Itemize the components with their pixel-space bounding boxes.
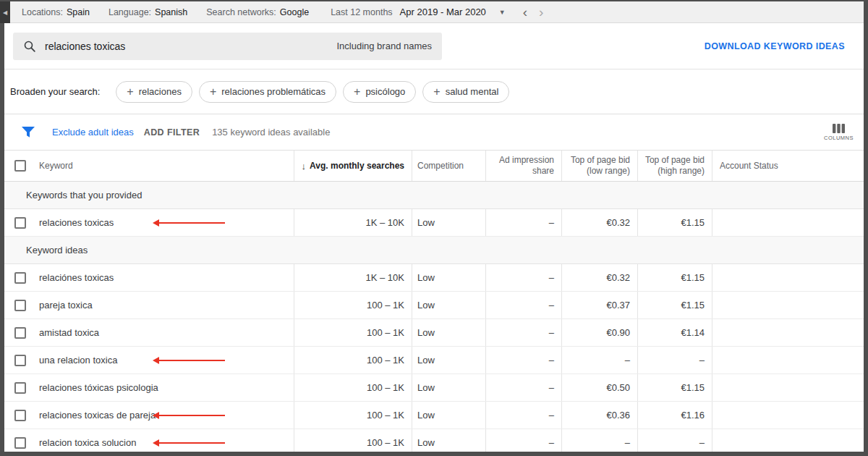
filter-funnel-icon[interactable]	[22, 127, 35, 138]
bid-low-cell: €0.50	[561, 374, 637, 401]
red-arrow-annotation	[153, 357, 225, 364]
chip-label: relaciones	[139, 86, 182, 97]
table-row[interactable]: amistad toxica 100 – 1K Low – €0.90 €1.1…	[4, 319, 864, 347]
plus-icon: +	[210, 86, 216, 98]
broaden-search-row: Broaden your search: + relaciones + rela…	[4, 69, 864, 114]
table-section-header: Keyword ideas	[4, 237, 864, 264]
bid-high-column-header[interactable]: Top of page bid (high range)	[637, 151, 712, 181]
account-status-cell	[712, 402, 864, 428]
row-checkbox-cell	[4, 292, 33, 318]
avg-searches-cell: 1K – 10K	[294, 264, 412, 291]
bid-low-cell: €0.37	[561, 292, 637, 318]
keyword-text: relaciónes toxicas	[39, 272, 114, 283]
ad-impression-column-header[interactable]: Ad impression share	[485, 151, 561, 181]
brand-names-option[interactable]: Including brand names	[336, 41, 432, 51]
download-keyword-ideas-button[interactable]: DOWNLOAD KEYWORD IDEAS	[705, 41, 845, 51]
row-checkbox-cell	[4, 347, 33, 373]
row-checkbox-cell	[4, 319, 33, 346]
bid-low-cell: –	[561, 429, 637, 452]
ad-impression-header-label: Ad impression share	[486, 155, 554, 177]
keyword-column-header[interactable]: Keyword	[33, 151, 294, 181]
bid-low-cell: €0.32	[561, 264, 637, 291]
ad-impression-cell: –	[485, 209, 561, 236]
bid-high-cell: €1.16	[637, 402, 712, 428]
avg-searches-column-header[interactable]: ↓ Avg. monthly searches	[294, 151, 412, 181]
search-networks-setting[interactable]: Search networks: Google	[206, 7, 309, 17]
row-checkbox[interactable]	[14, 217, 26, 229]
account-status-cell	[712, 209, 864, 236]
date-range-value: Apr 2019 - Mar 2020	[400, 7, 486, 17]
account-status-cell	[712, 429, 864, 452]
broaden-chips: + relaciones + relaciones problemáticas …	[116, 81, 509, 103]
table-body: Keywords that you provided relaciones to…	[4, 182, 864, 452]
account-status-column-header[interactable]: Account Status	[712, 151, 864, 181]
select-all-checkbox[interactable]	[14, 160, 26, 172]
competition-header-label: Competition	[417, 161, 464, 172]
chip-label: salud mental	[446, 86, 499, 97]
broaden-chip[interactable]: + psicólogo	[343, 81, 416, 103]
columns-button[interactable]: COLUMNS	[824, 124, 854, 141]
locations-value: Spain	[67, 7, 90, 17]
table-row[interactable]: relaciónes toxicas 1K – 10K Low – €0.32 …	[4, 264, 864, 292]
avg-searches-cell: 100 – 1K	[294, 402, 412, 428]
search-networks-label: Search networks:	[206, 7, 276, 17]
previous-period-button[interactable]: ‹	[523, 5, 527, 19]
avg-searches-cell: 100 – 1K	[294, 292, 412, 318]
keyword-cell: relaciones toxicas de pareja	[33, 402, 294, 428]
bid-low-cell: –	[561, 347, 637, 373]
row-checkbox[interactable]	[14, 300, 26, 311]
bid-low-cell: €0.36	[561, 402, 637, 428]
plus-icon: +	[127, 86, 133, 98]
bid-low-column-header[interactable]: Top of page bid (low range)	[561, 151, 637, 181]
row-checkbox-cell	[4, 264, 33, 291]
table-row[interactable]: relaciones tóxicas psicologia 100 – 1K L…	[4, 374, 864, 402]
table-row[interactable]: relaciones toxicas 1K – 10K Low – €0.32 …	[4, 209, 864, 237]
bid-high-header-label: Top of page bid (high range)	[638, 155, 705, 177]
next-period-button[interactable]: ›	[539, 5, 543, 19]
table-row[interactable]: relacion toxica solucion 100 – 1K Low – …	[4, 429, 864, 452]
keyword-cell: relaciones tóxicas psicologia	[33, 374, 294, 401]
collapse-panel-button[interactable]: ◀	[0, 1, 10, 23]
table-row[interactable]: una relacion toxica 100 – 1K Low – – –	[4, 347, 864, 374]
row-checkbox[interactable]	[14, 410, 26, 421]
broaden-chip[interactable]: + relaciones	[116, 81, 192, 103]
language-label: Language:	[109, 7, 151, 17]
language-value: Spanish	[155, 7, 187, 17]
row-checkbox[interactable]	[14, 382, 26, 394]
ad-impression-cell: –	[485, 292, 561, 318]
row-checkbox[interactable]	[14, 272, 26, 284]
account-status-cell	[712, 292, 864, 318]
competition-cell: Low	[412, 209, 485, 236]
competition-cell: Low	[412, 402, 485, 428]
table-section-header: Keywords that you provided	[4, 182, 864, 209]
row-checkbox-cell	[4, 429, 33, 452]
language-setting[interactable]: Language: Spanish	[109, 7, 187, 17]
screenshot-frame: ◀ Locations: Spain Language: Spanish Sea…	[0, 0, 868, 456]
keyword-text: una relacion toxica	[39, 355, 117, 366]
broaden-chip[interactable]: + relaciones problemáticas	[199, 81, 336, 103]
table-row[interactable]: pareja toxica 100 – 1K Low – €0.37 €1.15	[4, 292, 864, 319]
row-checkbox[interactable]	[14, 327, 26, 339]
table-row[interactable]: relaciones toxicas de pareja 100 – 1K Lo…	[4, 402, 864, 429]
row-checkbox[interactable]	[14, 355, 26, 366]
avg-searches-header-label: Avg. monthly searches	[310, 161, 404, 172]
keyword-ideas-count: 135 keyword ideas available	[212, 127, 330, 138]
date-range-picker[interactable]: Last 12 months Apr 2019 - Mar 2020 ▼	[331, 7, 506, 17]
keyword-header-label: Keyword	[39, 161, 73, 172]
avg-searches-cell: 100 – 1K	[294, 319, 412, 346]
red-arrow-annotation	[153, 412, 225, 419]
keyword-cell: relaciones toxicas	[33, 209, 294, 236]
bid-high-cell: €1.15	[637, 264, 712, 291]
broaden-chip[interactable]: + salud mental	[422, 81, 509, 103]
row-checkbox[interactable]	[14, 437, 26, 449]
competition-column-header[interactable]: Competition	[412, 151, 485, 181]
keyword-search-input[interactable]: relaciones toxicas Including brand names	[13, 33, 442, 60]
exclude-adult-ideas-link[interactable]: Exclude adult ideas	[52, 127, 134, 138]
columns-button-label: COLUMNS	[824, 135, 854, 141]
account-status-cell	[712, 347, 864, 373]
add-filter-button[interactable]: ADD FILTER	[144, 127, 200, 138]
keyword-text: relacion toxica solucion	[39, 437, 136, 448]
locations-setting[interactable]: Locations: Spain	[22, 7, 90, 17]
table-header: Keyword ↓ Avg. monthly searches Competit…	[4, 150, 864, 182]
search-row: relaciones toxicas Including brand names…	[4, 23, 864, 69]
